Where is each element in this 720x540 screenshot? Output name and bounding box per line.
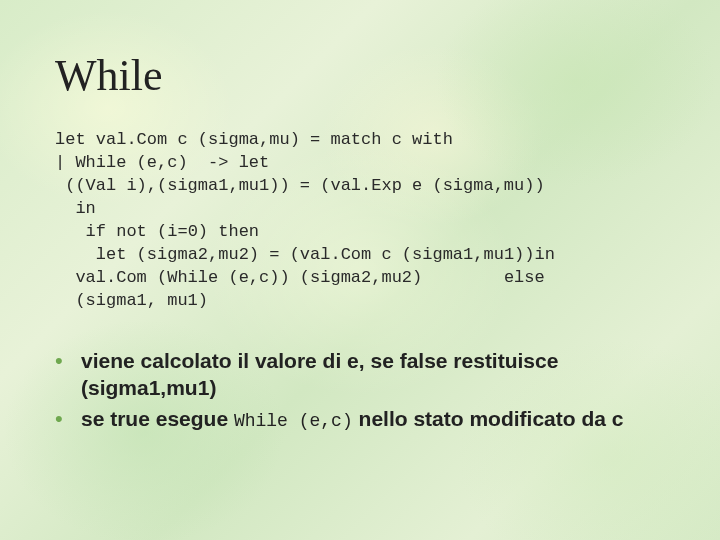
bullet-pre: viene calcolato il valore di e, se false…: [81, 349, 558, 399]
bullet-icon: •: [55, 347, 81, 375]
bullet-post: nello stato modificato da c: [353, 407, 624, 430]
bullet-icon: •: [55, 405, 81, 433]
code-block: let val.Com c (sigma,mu) = match c with …: [55, 129, 665, 313]
bullet-list: • viene calcolato il valore di e, se fal…: [55, 347, 665, 434]
bullet-text: se true esegue While (e,c) nello stato m…: [81, 405, 623, 433]
list-item: • se true esegue While (e,c) nello stato…: [55, 405, 665, 433]
bullet-code: While (e,c): [234, 411, 353, 431]
bullet-pre: se true esegue: [81, 407, 234, 430]
list-item: • viene calcolato il valore di e, se fal…: [55, 347, 665, 402]
slide-title: While: [55, 50, 665, 101]
bullet-text: viene calcolato il valore di e, se false…: [81, 347, 665, 402]
